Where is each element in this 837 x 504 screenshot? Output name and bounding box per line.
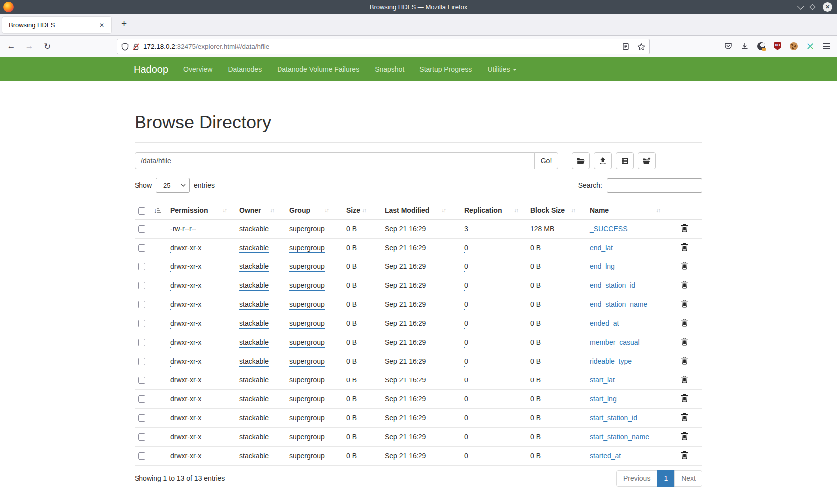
owner-value[interactable]: stackable	[239, 281, 269, 291]
owner-value[interactable]: stackable	[239, 395, 269, 404]
file-name-link[interactable]: started_at	[590, 452, 621, 460]
permission-value[interactable]: drwxr-xr-x	[170, 300, 201, 310]
trash-icon[interactable]	[681, 394, 688, 404]
open-folder-button[interactable]	[572, 152, 590, 169]
owner-value[interactable]: stackable	[239, 376, 269, 385]
ublock-origin-icon[interactable]: uO	[774, 42, 781, 50]
replication-value[interactable]: 0	[464, 319, 468, 329]
permission-value[interactable]: drwxr-xr-x	[170, 395, 201, 404]
group-value[interactable]: supergroup	[289, 414, 325, 423]
group-value[interactable]: supergroup	[289, 376, 325, 385]
owner-value[interactable]: stackable	[239, 225, 269, 234]
permission-value[interactable]: -rw-r--r--	[170, 225, 196, 234]
permission-value[interactable]: drwxr-xr-x	[170, 357, 201, 367]
reload-button[interactable]: ↻	[42, 41, 53, 52]
header-permission[interactable]: Permission↓↑	[168, 202, 234, 219]
group-value[interactable]: supergroup	[289, 225, 325, 234]
trash-icon[interactable]	[681, 280, 688, 290]
file-name-link[interactable]: start_station_id	[590, 414, 637, 422]
downloads-icon[interactable]	[741, 42, 749, 50]
row-checkbox[interactable]	[138, 339, 145, 346]
menu-icon[interactable]	[823, 43, 830, 49]
permission-value[interactable]: drwxr-xr-x	[170, 281, 201, 291]
replication-value[interactable]: 0	[464, 452, 468, 461]
nav-item-utilities[interactable]: Utilities	[487, 65, 516, 73]
search-input[interactable]	[607, 178, 702, 193]
trash-icon[interactable]	[681, 243, 688, 252]
row-checkbox[interactable]	[138, 395, 145, 403]
new-tab-button[interactable]: +	[118, 18, 130, 29]
row-checkbox[interactable]	[138, 414, 145, 422]
url-bar[interactable]: 172.18.0.2:32475/explorer.html#/data/hfi…	[117, 39, 650, 54]
group-value[interactable]: supergroup	[289, 338, 325, 348]
header-name[interactable]: Name↓↑	[583, 202, 668, 219]
create-directory-button[interactable]	[638, 152, 656, 169]
group-value[interactable]: supergroup	[289, 452, 325, 461]
go-button[interactable]: Go!	[534, 152, 558, 169]
replication-value[interactable]: 0	[464, 357, 468, 367]
replication-value[interactable]: 0	[464, 414, 468, 423]
row-checkbox[interactable]	[138, 320, 145, 327]
header-group[interactable]: Group↓↑	[281, 202, 336, 219]
trash-icon[interactable]	[681, 375, 688, 385]
nav-item-datanodes[interactable]: Datanodes	[228, 65, 262, 73]
replication-value[interactable]: 0	[464, 244, 468, 253]
trash-icon[interactable]	[681, 299, 688, 309]
replication-value[interactable]: 0	[464, 433, 468, 442]
pagination-page-1[interactable]: 1	[657, 470, 675, 487]
window-maximize-icon[interactable]	[809, 4, 816, 10]
row-checkbox[interactable]	[138, 377, 145, 384]
file-name-link[interactable]: start_lat	[590, 376, 615, 384]
pocket-icon[interactable]	[724, 42, 732, 50]
permission-value[interactable]: drwxr-xr-x	[170, 244, 201, 253]
owner-value[interactable]: stackable	[239, 357, 269, 367]
tracking-shield-icon[interactable]	[121, 43, 129, 51]
replication-value[interactable]: 0	[464, 395, 468, 404]
permission-value[interactable]: drwxr-xr-x	[170, 433, 201, 442]
replication-value[interactable]: 0	[464, 300, 468, 310]
owner-value[interactable]: stackable	[239, 262, 269, 272]
permission-value[interactable]: drwxr-xr-x	[170, 338, 201, 348]
cookie-extension-icon[interactable]	[790, 42, 798, 50]
permission-value[interactable]: drwxr-xr-x	[170, 414, 201, 423]
multi-account-icon[interactable]	[806, 42, 814, 50]
replication-value[interactable]: 0	[464, 376, 468, 385]
trash-icon[interactable]	[681, 413, 688, 423]
header-select-all[interactable]: ↓	[135, 202, 168, 219]
trash-icon[interactable]	[681, 356, 688, 366]
pagination-previous[interactable]: Previous	[616, 470, 657, 487]
replication-value[interactable]: 3	[464, 225, 468, 234]
header-replication[interactable]: Replication↓↑	[453, 202, 526, 219]
file-name-link[interactable]: end_station_id	[590, 281, 635, 289]
reader-mode-icon[interactable]	[622, 43, 629, 50]
header-last-modified[interactable]: Last Modified↓↑	[374, 202, 453, 219]
row-checkbox[interactable]	[138, 244, 145, 252]
row-checkbox[interactable]	[138, 301, 145, 308]
file-name-link[interactable]: member_casual	[590, 338, 640, 346]
row-checkbox[interactable]	[138, 282, 145, 289]
pagination-next[interactable]: Next	[674, 470, 702, 487]
row-checkbox[interactable]	[138, 452, 145, 460]
trash-icon[interactable]	[681, 432, 688, 442]
owner-value[interactable]: stackable	[239, 414, 269, 423]
tab-browsing-hdfs[interactable]: Browsing HDFS ✕	[2, 17, 111, 33]
file-name-link[interactable]: _SUCCESS	[590, 225, 627, 233]
permission-value[interactable]: drwxr-xr-x	[170, 262, 201, 272]
insecure-lock-icon[interactable]	[132, 43, 140, 51]
back-button[interactable]: ←	[6, 41, 17, 51]
trash-icon[interactable]	[681, 261, 688, 271]
file-name-link[interactable]: ended_at	[590, 319, 619, 327]
forward-button[interactable]: →	[24, 41, 35, 51]
nav-item-startup-progress[interactable]: Startup Progress	[419, 65, 472, 73]
header-block-size[interactable]: Block Size↓↑	[526, 202, 583, 219]
file-name-link[interactable]: end_lng	[590, 262, 615, 270]
group-value[interactable]: supergroup	[289, 357, 325, 367]
owner-value[interactable]: stackable	[239, 244, 269, 253]
header-owner[interactable]: Owner↓↑	[234, 202, 281, 219]
replication-value[interactable]: 0	[464, 262, 468, 272]
group-value[interactable]: supergroup	[289, 319, 325, 329]
group-value[interactable]: supergroup	[289, 244, 325, 253]
tab-close-icon[interactable]: ✕	[97, 21, 106, 30]
row-checkbox[interactable]	[138, 358, 145, 365]
file-name-link[interactable]: rideable_type	[590, 357, 632, 365]
